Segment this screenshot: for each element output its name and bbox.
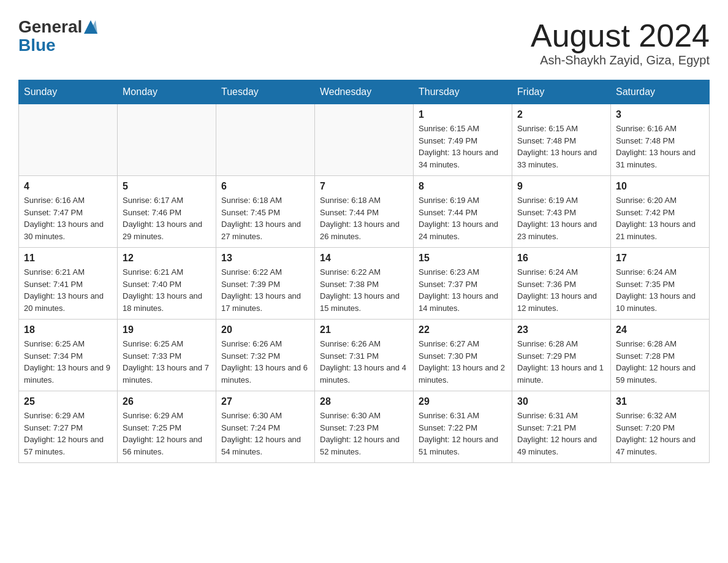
calendar-header-monday: Monday: [118, 80, 216, 104]
calendar-header-saturday: Saturday: [611, 80, 710, 104]
calendar-cell: 27Sunrise: 6:30 AM Sunset: 7:24 PM Dayli…: [216, 391, 315, 463]
day-number: 29: [419, 396, 507, 407]
day-info: Sunrise: 6:28 AM Sunset: 7:29 PM Dayligh…: [517, 338, 605, 386]
calendar-header-sunday: Sunday: [19, 80, 118, 104]
calendar-cell: 19Sunrise: 6:25 AM Sunset: 7:33 PM Dayli…: [118, 320, 216, 391]
day-info: Sunrise: 6:29 AM Sunset: 7:27 PM Dayligh…: [24, 410, 112, 458]
calendar-cell: 29Sunrise: 6:31 AM Sunset: 7:22 PM Dayli…: [414, 391, 512, 463]
day-number: 10: [616, 181, 704, 192]
day-info: Sunrise: 6:27 AM Sunset: 7:30 PM Dayligh…: [419, 338, 507, 386]
day-info: Sunrise: 6:21 AM Sunset: 7:41 PM Dayligh…: [24, 266, 112, 314]
title-area: August 2024 Ash-Shaykh Zayid, Giza, Egyp…: [531, 18, 710, 67]
calendar-cell: 24Sunrise: 6:28 AM Sunset: 7:28 PM Dayli…: [611, 320, 710, 391]
day-info: Sunrise: 6:31 AM Sunset: 7:21 PM Dayligh…: [517, 410, 605, 458]
calendar-cell: 26Sunrise: 6:29 AM Sunset: 7:25 PM Dayli…: [118, 391, 216, 463]
calendar-cell: 25Sunrise: 6:29 AM Sunset: 7:27 PM Dayli…: [19, 391, 118, 463]
calendar-cell: 20Sunrise: 6:26 AM Sunset: 7:32 PM Dayli…: [216, 320, 315, 391]
calendar-cell: 7Sunrise: 6:18 AM Sunset: 7:44 PM Daylig…: [315, 176, 414, 248]
calendar-cell: 8Sunrise: 6:19 AM Sunset: 7:44 PM Daylig…: [414, 176, 512, 248]
logo: General Blue: [18, 18, 97, 55]
calendar-cell: 5Sunrise: 6:17 AM Sunset: 7:46 PM Daylig…: [118, 176, 216, 248]
day-info: Sunrise: 6:29 AM Sunset: 7:25 PM Dayligh…: [123, 410, 211, 458]
logo-triangle-icon: [84, 20, 97, 34]
calendar-header-thursday: Thursday: [414, 80, 512, 104]
calendar-week-row: 11Sunrise: 6:21 AM Sunset: 7:41 PM Dayli…: [19, 248, 710, 320]
day-info: Sunrise: 6:19 AM Sunset: 7:43 PM Dayligh…: [517, 194, 605, 242]
day-number: 6: [221, 181, 309, 192]
calendar-header-friday: Friday: [512, 80, 611, 104]
page-header: General Blue August 2024 Ash-Shaykh Zayi…: [18, 18, 710, 67]
calendar-cell: 18Sunrise: 6:25 AM Sunset: 7:34 PM Dayli…: [19, 320, 118, 391]
day-number: 30: [517, 396, 605, 407]
day-info: Sunrise: 6:15 AM Sunset: 7:49 PM Dayligh…: [419, 123, 507, 170]
location-text: Ash-Shaykh Zayid, Giza, Egypt: [531, 53, 710, 67]
month-title: August 2024: [531, 18, 710, 53]
day-number: 20: [221, 324, 309, 335]
day-number: 31: [616, 396, 704, 407]
calendar-cell: 22Sunrise: 6:27 AM Sunset: 7:30 PM Dayli…: [414, 320, 512, 391]
calendar-cell: 1Sunrise: 6:15 AM Sunset: 7:49 PM Daylig…: [414, 104, 512, 176]
day-number: 23: [517, 324, 605, 335]
day-info: Sunrise: 6:18 AM Sunset: 7:44 PM Dayligh…: [320, 194, 408, 242]
calendar-cell: 6Sunrise: 6:18 AM Sunset: 7:45 PM Daylig…: [216, 176, 315, 248]
logo-general-text: General: [18, 18, 82, 36]
calendar-week-row: 4Sunrise: 6:16 AM Sunset: 7:47 PM Daylig…: [19, 176, 710, 248]
calendar-header-tuesday: Tuesday: [216, 80, 315, 104]
day-number: 26: [123, 396, 211, 407]
calendar-cell: [315, 104, 414, 176]
day-info: Sunrise: 6:26 AM Sunset: 7:32 PM Dayligh…: [221, 338, 309, 386]
day-info: Sunrise: 6:25 AM Sunset: 7:34 PM Dayligh…: [24, 338, 112, 386]
calendar-week-row: 18Sunrise: 6:25 AM Sunset: 7:34 PM Dayli…: [19, 320, 710, 391]
day-number: 9: [517, 181, 605, 192]
calendar-cell: 10Sunrise: 6:20 AM Sunset: 7:42 PM Dayli…: [611, 176, 710, 248]
day-info: Sunrise: 6:31 AM Sunset: 7:22 PM Dayligh…: [419, 410, 507, 458]
calendar-cell: 13Sunrise: 6:22 AM Sunset: 7:39 PM Dayli…: [216, 248, 315, 320]
day-number: 2: [517, 109, 605, 120]
day-info: Sunrise: 6:16 AM Sunset: 7:48 PM Dayligh…: [616, 123, 704, 170]
calendar-cell: [216, 104, 315, 176]
day-info: Sunrise: 6:23 AM Sunset: 7:37 PM Dayligh…: [419, 266, 507, 314]
day-info: Sunrise: 6:20 AM Sunset: 7:42 PM Dayligh…: [616, 194, 704, 242]
day-info: Sunrise: 6:25 AM Sunset: 7:33 PM Dayligh…: [123, 338, 211, 386]
day-info: Sunrise: 6:30 AM Sunset: 7:23 PM Dayligh…: [320, 410, 408, 458]
calendar-cell: 16Sunrise: 6:24 AM Sunset: 7:36 PM Dayli…: [512, 248, 611, 320]
day-number: 11: [24, 253, 112, 264]
day-info: Sunrise: 6:18 AM Sunset: 7:45 PM Dayligh…: [221, 194, 309, 242]
day-number: 22: [419, 324, 507, 335]
day-info: Sunrise: 6:15 AM Sunset: 7:48 PM Dayligh…: [517, 123, 605, 170]
calendar-cell: [118, 104, 216, 176]
calendar-header-wednesday: Wednesday: [315, 80, 414, 104]
calendar-week-row: 1Sunrise: 6:15 AM Sunset: 7:49 PM Daylig…: [19, 104, 710, 176]
calendar-cell: 21Sunrise: 6:26 AM Sunset: 7:31 PM Dayli…: [315, 320, 414, 391]
day-number: 4: [24, 181, 112, 192]
day-number: 8: [419, 181, 507, 192]
calendar-cell: 2Sunrise: 6:15 AM Sunset: 7:48 PM Daylig…: [512, 104, 611, 176]
calendar-cell: 3Sunrise: 6:16 AM Sunset: 7:48 PM Daylig…: [611, 104, 710, 176]
day-number: 24: [616, 324, 704, 335]
calendar-cell: 11Sunrise: 6:21 AM Sunset: 7:41 PM Dayli…: [19, 248, 118, 320]
day-number: 27: [221, 396, 309, 407]
day-info: Sunrise: 6:21 AM Sunset: 7:40 PM Dayligh…: [123, 266, 211, 314]
day-number: 18: [24, 324, 112, 335]
calendar-table: SundayMondayTuesdayWednesdayThursdayFrid…: [18, 80, 710, 463]
day-number: 5: [123, 181, 211, 192]
calendar-cell: 28Sunrise: 6:30 AM Sunset: 7:23 PM Dayli…: [315, 391, 414, 463]
day-number: 14: [320, 253, 408, 264]
calendar-week-row: 25Sunrise: 6:29 AM Sunset: 7:27 PM Dayli…: [19, 391, 710, 463]
calendar-cell: [19, 104, 118, 176]
calendar-cell: 23Sunrise: 6:28 AM Sunset: 7:29 PM Dayli…: [512, 320, 611, 391]
calendar-cell: 30Sunrise: 6:31 AM Sunset: 7:21 PM Dayli…: [512, 391, 611, 463]
calendar-cell: 14Sunrise: 6:22 AM Sunset: 7:38 PM Dayli…: [315, 248, 414, 320]
day-info: Sunrise: 6:22 AM Sunset: 7:38 PM Dayligh…: [320, 266, 408, 314]
day-number: 19: [123, 324, 211, 335]
day-number: 15: [419, 253, 507, 264]
day-info: Sunrise: 6:28 AM Sunset: 7:28 PM Dayligh…: [616, 338, 704, 386]
calendar-cell: 9Sunrise: 6:19 AM Sunset: 7:43 PM Daylig…: [512, 176, 611, 248]
day-number: 1: [419, 109, 507, 120]
day-info: Sunrise: 6:24 AM Sunset: 7:35 PM Dayligh…: [616, 266, 704, 314]
day-number: 7: [320, 181, 408, 192]
calendar-cell: 31Sunrise: 6:32 AM Sunset: 7:20 PM Dayli…: [611, 391, 710, 463]
day-number: 25: [24, 396, 112, 407]
day-info: Sunrise: 6:32 AM Sunset: 7:20 PM Dayligh…: [616, 410, 704, 458]
calendar-cell: 17Sunrise: 6:24 AM Sunset: 7:35 PM Dayli…: [611, 248, 710, 320]
